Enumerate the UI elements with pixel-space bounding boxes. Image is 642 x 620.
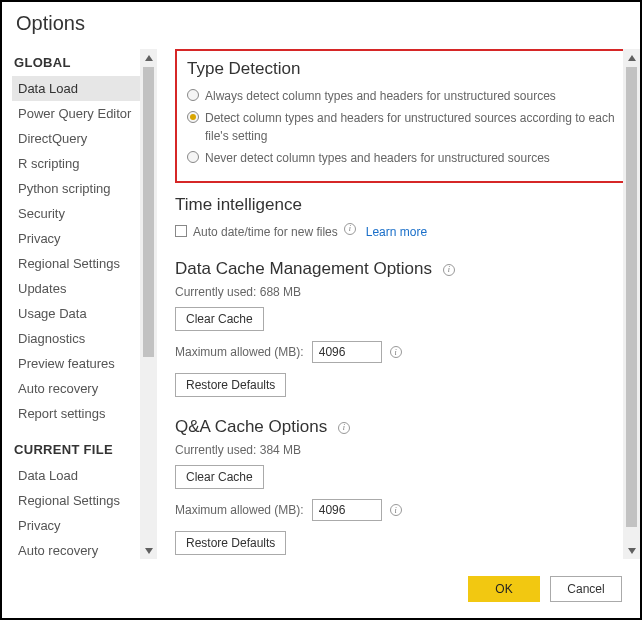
learn-more-link[interactable]: Learn more (366, 223, 427, 241)
ok-button[interactable]: OK (468, 576, 540, 602)
sidebar-scrollbar[interactable] (140, 49, 157, 559)
time-intelligence-heading: Time intelligence (175, 195, 630, 215)
content-wrap: GLOBAL Data Load Power Query Editor Dire… (2, 49, 640, 559)
info-icon[interactable]: i (338, 422, 350, 434)
scroll-up-icon[interactable] (623, 49, 640, 66)
qa-max-allowed-input[interactable] (312, 499, 382, 521)
qa-clear-cache-button[interactable]: Clear Cache (175, 465, 264, 489)
qa-cache-heading-text: Q&A Cache Options (175, 417, 327, 436)
info-icon[interactable]: i (390, 346, 402, 358)
sidebar-item-privacy[interactable]: Privacy (12, 226, 140, 251)
sidebar-item-r-scripting[interactable]: R scripting (12, 151, 140, 176)
checkbox-icon[interactable] (175, 225, 187, 237)
sidebar-item-data-load[interactable]: Data Load (12, 76, 140, 101)
type-detection-option-per-file[interactable]: Detect column types and headers for unst… (187, 107, 618, 147)
scroll-down-icon[interactable] (140, 542, 157, 559)
main-scrollbar[interactable] (623, 49, 640, 559)
radio-icon[interactable] (187, 151, 199, 163)
checkbox-label: Auto date/time for new files (193, 223, 338, 241)
sidebar-item-diagnostics[interactable]: Diagnostics (12, 326, 140, 351)
sidebar-item-regional-settings[interactable]: Regional Settings (12, 251, 140, 276)
sidebar-header-global: GLOBAL (12, 49, 140, 76)
time-intelligence-section: Time intelligence Auto date/time for new… (175, 195, 630, 243)
sidebar-item-power-query-editor[interactable]: Power Query Editor (12, 101, 140, 126)
scroll-down-icon[interactable] (623, 542, 640, 559)
sidebar-item-report-settings[interactable]: Report settings (12, 401, 140, 426)
max-allowed-label: Maximum allowed (MB): (175, 345, 304, 359)
data-cache-currently-used: Currently used: 688 MB (175, 285, 630, 299)
sidebar: GLOBAL Data Load Power Query Editor Dire… (2, 49, 140, 559)
data-cache-heading: Data Cache Management Options i (175, 259, 630, 279)
sidebar-item-auto-recovery[interactable]: Auto recovery (12, 376, 140, 401)
cancel-button[interactable]: Cancel (550, 576, 622, 602)
type-detection-option-never[interactable]: Never detect column types and headers fo… (187, 147, 618, 169)
restore-defaults-button[interactable]: Restore Defaults (175, 373, 286, 397)
sidebar-item-usage-data[interactable]: Usage Data (12, 301, 140, 326)
sidebar-item-cf-data-load[interactable]: Data Load (12, 463, 140, 488)
info-icon[interactable]: i (344, 223, 356, 235)
qa-max-allowed-label: Maximum allowed (MB): (175, 503, 304, 517)
sidebar-item-preview-features[interactable]: Preview features (12, 351, 140, 376)
auto-date-time-checkbox-row[interactable]: Auto date/time for new files i Learn mor… (175, 221, 630, 243)
sidebar-item-security[interactable]: Security (12, 201, 140, 226)
sidebar-item-directquery[interactable]: DirectQuery (12, 126, 140, 151)
clear-cache-button[interactable]: Clear Cache (175, 307, 264, 331)
data-cache-heading-text: Data Cache Management Options (175, 259, 432, 278)
dialog-footer: OK Cancel (468, 572, 622, 606)
sidebar-item-cf-auto-recovery[interactable]: Auto recovery (12, 538, 140, 559)
scrollbar-thumb[interactable] (626, 67, 637, 527)
scrollbar-thumb[interactable] (143, 67, 154, 357)
info-icon[interactable]: i (443, 264, 455, 276)
radio-label: Detect column types and headers for unst… (205, 109, 618, 145)
qa-cache-heading: Q&A Cache Options i (175, 417, 630, 437)
type-detection-heading: Type Detection (187, 59, 618, 79)
radio-label: Never detect column types and headers fo… (205, 149, 550, 167)
scroll-up-icon[interactable] (140, 49, 157, 66)
sidebar-item-cf-privacy[interactable]: Privacy (12, 513, 140, 538)
main-panel: Type Detection Always detect column type… (157, 49, 640, 559)
qa-restore-defaults-button[interactable]: Restore Defaults (175, 531, 286, 555)
dialog-title: Options (2, 2, 640, 49)
type-detection-option-always[interactable]: Always detect column types and headers f… (187, 85, 618, 107)
radio-label: Always detect column types and headers f… (205, 87, 556, 105)
qa-cache-section: Q&A Cache Options i Currently used: 384 … (175, 417, 630, 559)
sidebar-item-cf-regional-settings[interactable]: Regional Settings (12, 488, 140, 513)
data-cache-section: Data Cache Management Options i Currentl… (175, 259, 630, 401)
radio-icon[interactable] (187, 111, 199, 123)
sidebar-header-current-file: CURRENT FILE (12, 436, 140, 463)
sidebar-item-updates[interactable]: Updates (12, 276, 140, 301)
info-icon[interactable]: i (390, 504, 402, 516)
radio-icon[interactable] (187, 89, 199, 101)
sidebar-item-python-scripting[interactable]: Python scripting (12, 176, 140, 201)
type-detection-highlight: Type Detection Always detect column type… (175, 49, 630, 183)
max-allowed-input[interactable] (312, 341, 382, 363)
qa-cache-currently-used: Currently used: 384 MB (175, 443, 630, 457)
